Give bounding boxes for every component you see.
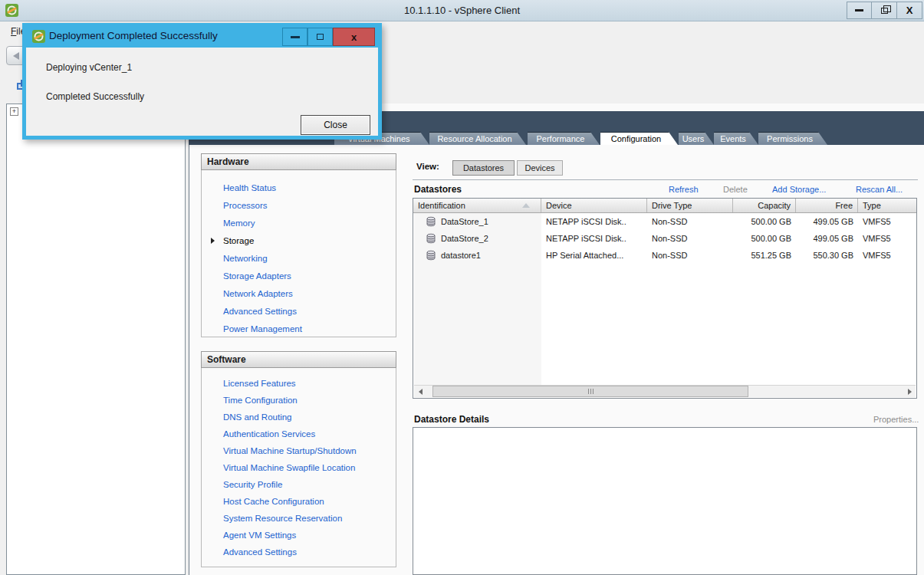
dialog-close-button[interactable]: x [333, 28, 375, 46]
properties-link[interactable]: Properties... [873, 415, 919, 424]
dialog-minimize-button[interactable] [282, 28, 307, 46]
sidebar-item-health-status[interactable]: Health Status [202, 179, 396, 197]
sidebar-item-memory[interactable]: Memory [202, 215, 396, 232]
scroll-right-icon[interactable] [903, 386, 916, 397]
column-header-free[interactable]: Free [796, 199, 858, 212]
dialog-titlebar[interactable]: Deployment Completed Successfully x [25, 26, 379, 48]
software-section-title: Software [201, 351, 396, 368]
restore-icon [881, 8, 888, 14]
datastore-icon [426, 250, 436, 261]
sidebar-item-dns-and-routing[interactable]: DNS and Routing [202, 409, 396, 426]
datastores-table: Identification Device Drive Type Capacit… [413, 198, 917, 399]
sidebar-item-network-adapters[interactable]: Network Adapters [202, 285, 396, 303]
view-separator [413, 179, 918, 180]
datastores-heading: Datastores [414, 184, 462, 195]
sidebar-item-system-resource-reservation[interactable]: System Resource Reservation [202, 510, 396, 527]
datastore-icon [426, 216, 436, 227]
dialog-minimize-icon [291, 36, 300, 38]
scroll-left-icon[interactable] [414, 386, 426, 397]
sidebar-item-power-management[interactable]: Power Management [202, 320, 396, 338]
hardware-section-title: Hardware [201, 153, 396, 170]
sort-ascending-icon [522, 203, 530, 208]
column-header-type[interactable]: Type [858, 199, 916, 212]
sidebar-item-licensed-features[interactable]: Licensed Features [202, 375, 396, 392]
table-row[interactable]: datastore1 HP Serial Attached... Non-SSD… [413, 247, 916, 264]
refresh-link[interactable]: Refresh [669, 185, 699, 194]
sidebar-item-advanced-settings-sw[interactable]: Advanced Settings [202, 544, 396, 560]
sidebar-item-host-cache-configuration[interactable]: Host Cache Configuration [202, 493, 396, 510]
sidebar-item-security-profile[interactable]: Security Profile [202, 476, 396, 493]
dialog-vsphere-icon [32, 30, 45, 43]
view-label: View: [416, 162, 439, 171]
sidebar-item-authentication-services[interactable]: Authentication Services [202, 426, 396, 442]
datastore-details-heading: Datastore Details [414, 414, 489, 425]
dialog-maximize-button[interactable] [307, 28, 333, 46]
hardware-section: Hardware Health Status Processors Memory… [201, 153, 396, 337]
sidebar-item-advanced-settings-hw[interactable]: Advanced Settings [202, 303, 396, 320]
sidebar-item-networking[interactable]: Networking [202, 250, 396, 268]
view-devices-button[interactable]: Devices [517, 160, 563, 176]
sidebar-item-storage-adapters[interactable]: Storage Adapters [202, 268, 396, 285]
dialog-status-line-2: Completed Successfully [46, 91, 144, 102]
dialog-title: Deployment Completed Successfully [49, 30, 218, 41]
table-header-row: Identification Device Drive Type Capacit… [413, 199, 916, 213]
datastore-details-panel [413, 427, 917, 575]
rescan-all-link[interactable]: Rescan All... [856, 185, 903, 194]
deployment-dialog: Deployment Completed Successfully x Depl… [22, 23, 382, 140]
back-icon [13, 52, 19, 60]
dialog-maximize-icon [317, 34, 324, 40]
column-header-identification[interactable]: Identification [413, 199, 541, 212]
sidebar-item-time-configuration[interactable]: Time Configuration [202, 392, 396, 409]
tab-performance[interactable]: Performance [528, 132, 600, 145]
dialog-status-line-1: Deploying vCenter_1 [46, 62, 132, 73]
vsphere-client-window: 10.1.1.10 - vSphere Client X File + Virt… [0, 0, 924, 575]
tree-expander-icon[interactable]: + [10, 107, 18, 116]
column-header-drive-type[interactable]: Drive Type [647, 199, 733, 212]
view-datastores-button[interactable]: Datastores [452, 160, 515, 176]
window-title: 10.1.1.10 - vSphere Client [0, 0, 924, 21]
delete-link[interactable]: Delete [723, 185, 748, 194]
close-icon: X [906, 5, 913, 15]
minimize-button[interactable] [847, 2, 872, 19]
restore-button[interactable] [872, 2, 897, 19]
close-button[interactable]: X [897, 2, 922, 19]
table-row[interactable]: DataStore_1 NETAPP iSCSI Disk.. Non-SSD … [413, 213, 916, 230]
column-header-device[interactable]: Device [541, 199, 647, 212]
scrollbar-thumb[interactable] [432, 386, 748, 397]
sidebar-item-vm-startup-shutdown[interactable]: Virtual Machine Startup/Shutdown [202, 442, 396, 459]
tab-configuration[interactable]: Configuration [600, 132, 678, 145]
inventory-tree-panel: + [6, 104, 186, 575]
datastore-icon [426, 233, 436, 244]
horizontal-scrollbar[interactable] [414, 385, 916, 397]
add-storage-link[interactable]: Add Storage... [772, 185, 826, 194]
sidebar-item-vm-swapfile-location[interactable]: Virtual Machine Swapfile Location [202, 459, 396, 476]
sidebar-item-processors[interactable]: Processors [202, 197, 396, 215]
sidebar-item-storage[interactable]: Storage [202, 232, 396, 250]
dialog-close-action-button[interactable]: Close [301, 115, 370, 135]
software-section: Software Licensed Features Time Configur… [201, 351, 396, 567]
current-item-arrow-icon [211, 238, 215, 244]
tab-resource-allocation[interactable]: Resource Allocation [429, 132, 526, 145]
main-titlebar: 10.1.1.10 - vSphere Client X [0, 0, 924, 21]
dialog-close-icon: x [351, 31, 357, 43]
minimize-icon [855, 9, 863, 12]
tab-permissions[interactable]: Permissions [758, 132, 827, 145]
sidebar-item-agent-vm-settings[interactable]: Agent VM Settings [202, 527, 396, 544]
column-header-capacity[interactable]: Capacity [733, 199, 796, 212]
table-row[interactable]: DataStore_2 NETAPP iSCSI Disk.. Non-SSD … [413, 230, 916, 247]
